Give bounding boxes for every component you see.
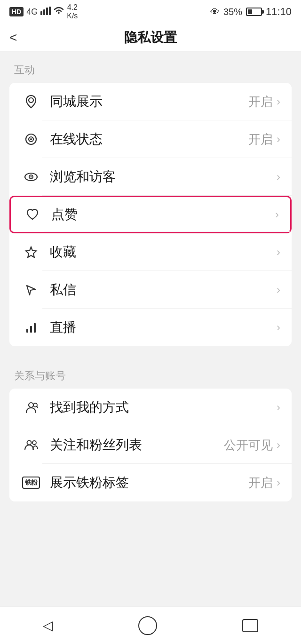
hd-badge: HD [9, 7, 24, 16]
tiefen-value: 开启 [248, 475, 273, 491]
tiefen-arrow: › [277, 476, 280, 489]
collect-arrow: › [277, 246, 280, 259]
menu-item-tongcheng[interactable]: 同城展示 开启 › [9, 83, 292, 120]
section-label-account: 关系与账号 [0, 358, 301, 389]
message-arrow: › [277, 283, 280, 296]
online-arrow: › [277, 133, 280, 146]
tongcheng-value: 开启 [248, 94, 273, 110]
follow-arrow: › [277, 438, 280, 452]
menu-item-browse[interactable]: 浏览和访客 › [9, 158, 292, 196]
svg-point-17 [27, 441, 32, 445]
menu-item-collect[interactable]: 收藏 › [9, 233, 292, 271]
message-label: 私信 [50, 281, 273, 299]
svg-rect-2 [46, 8, 48, 15]
follow-label: 关注和粉丝列表 [50, 436, 224, 454]
svg-point-7 [30, 138, 32, 140]
follow-icon [21, 435, 41, 455]
svg-rect-3 [49, 7, 51, 15]
browse-icon [21, 167, 41, 187]
tiefen-icon: 铁粉 [21, 472, 41, 493]
svg-point-10 [31, 176, 32, 178]
top-nav: < 隐私设置 [0, 24, 301, 52]
follow-value: 公开可见 [224, 437, 273, 453]
clock: 11:10 [266, 6, 292, 18]
menu-item-findme[interactable]: 找到我的方式 › [9, 389, 292, 426]
battery-fill [248, 9, 252, 14]
menu-item-message[interactable]: 私信 › [9, 271, 292, 309]
online-value: 开启 [248, 131, 273, 148]
menu-item-online[interactable]: 在线状态 开启 › [9, 120, 292, 158]
collect-icon [21, 242, 41, 262]
browse-label: 浏览和访客 [50, 168, 273, 186]
like-icon [22, 204, 43, 225]
svg-point-18 [32, 441, 36, 445]
tongcheng-label: 同城展示 [50, 93, 248, 111]
nav-back-button[interactable]: ◁ [43, 618, 53, 633]
menu-item-live[interactable]: 直播 › [9, 309, 292, 346]
svg-rect-12 [30, 326, 32, 333]
like-arrow: › [275, 208, 279, 221]
battery-icon [246, 8, 262, 16]
status-right: 👁 35% 11:10 [210, 6, 292, 18]
findme-arrow: › [277, 401, 280, 414]
hudong-card: 同城展示 开启 › 在线状态 开启 › 浏览和访客 › [9, 83, 292, 346]
online-label: 在线状态 [50, 130, 248, 148]
svg-point-4 [29, 98, 33, 103]
svg-rect-11 [26, 329, 28, 333]
network-speed: 4.2K/s [67, 3, 78, 20]
nav-home-button[interactable] [138, 616, 157, 635]
eye-status-icon: 👁 [210, 7, 220, 17]
live-icon [21, 317, 41, 338]
account-card: 找到我的方式 › 关注和粉丝列表 公开可见 › 铁粉 展示铁粉标签 开启 › [9, 389, 292, 501]
tiefen-label: 展示铁粉标签 [50, 474, 248, 492]
like-label: 点赞 [51, 206, 271, 223]
wifi-icon [54, 7, 64, 17]
svg-line-16 [37, 406, 38, 408]
location-icon [21, 91, 41, 112]
page-title: 隐私设置 [124, 29, 177, 47]
back-button[interactable]: < [9, 30, 17, 45]
findme-icon [21, 397, 41, 418]
findme-label: 找到我的方式 [50, 398, 273, 416]
live-arrow: › [277, 321, 280, 334]
status-left: HD 4G 4.2K/s [9, 3, 78, 20]
online-icon [21, 129, 41, 150]
battery-percent: 35% [223, 7, 242, 17]
svg-rect-13 [34, 323, 36, 333]
bottom-nav: ◁ [0, 606, 301, 644]
svg-point-14 [29, 403, 33, 407]
svg-rect-0 [40, 11, 42, 15]
live-label: 直播 [50, 318, 273, 336]
tongcheng-arrow: › [277, 95, 280, 108]
collect-label: 收藏 [50, 243, 273, 261]
nav-recent-button[interactable] [242, 619, 258, 632]
svg-rect-1 [43, 9, 45, 15]
section-label-hudong: 互动 [0, 52, 301, 83]
menu-item-like[interactable]: 点赞 › [9, 196, 292, 233]
signal-bars [40, 7, 51, 17]
menu-item-tiefen[interactable]: 铁粉 展示铁粉标签 开启 › [9, 464, 292, 501]
menu-item-follow[interactable]: 关注和粉丝列表 公开可见 › [9, 426, 292, 464]
browse-arrow: › [277, 170, 280, 183]
signal-4g: 4G [26, 7, 38, 17]
message-icon [21, 279, 41, 300]
status-bar: HD 4G 4.2K/s 👁 35% 11:10 [0, 0, 301, 24]
